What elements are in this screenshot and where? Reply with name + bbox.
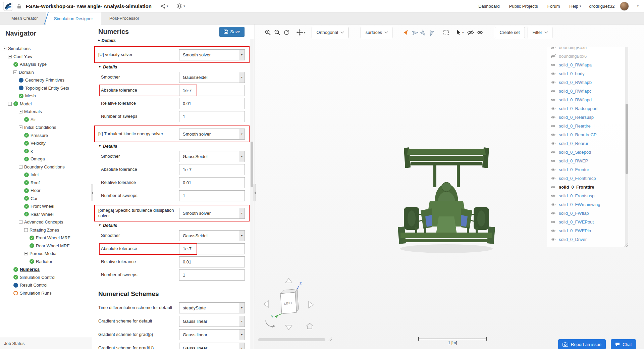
tree-item[interactable]: Numerics (0, 265, 92, 273)
top-nav-link[interactable]: Help▾ (569, 4, 581, 9)
tree-expander-icon[interactable] (13, 70, 17, 74)
field-control[interactable]: 1e-7 (179, 243, 245, 254)
field-control[interactable]: 0.01 (179, 98, 245, 109)
scene-tree-item[interactable]: solid_0_Frontur (550, 165, 628, 174)
select-arrow-icon[interactable]: ▾ (239, 129, 245, 139)
visibility-eye-icon[interactable] (550, 54, 556, 58)
field-control[interactable]: steadyState ▾ (179, 302, 245, 313)
scene-tree-item[interactable]: boundingBox5 (550, 47, 628, 52)
visibility-eye-icon[interactable] (550, 150, 556, 154)
visibility-eye-icon[interactable] (550, 202, 556, 207)
tree-item[interactable]: Materials (0, 108, 92, 116)
resize-grip[interactable] (327, 337, 332, 341)
tree-item[interactable]: k (0, 147, 92, 155)
tree-item[interactable]: Pressure (0, 132, 92, 140)
settings-gear-button[interactable]: ▾ (177, 3, 185, 9)
scene-tree-item[interactable]: solid_0_Diffuser (550, 244, 628, 247)
tree-item[interactable]: Boundary Conditions (0, 163, 92, 171)
visibility-eye-icon[interactable] (550, 71, 556, 76)
tree-item[interactable]: Simulation Runs (0, 289, 92, 297)
tree-item[interactable]: Domain (0, 68, 92, 77)
field-control[interactable]: GaussSeidel ▾ (179, 72, 245, 83)
scene-tree-item[interactable]: solid_0_Fronttirecp (550, 174, 628, 183)
share-button[interactable]: ▾ (160, 4, 168, 9)
scene-tree-item[interactable]: solid_0_Sidepod (550, 148, 628, 156)
chevron-down-icon[interactable]: ▾ (637, 4, 639, 8)
select-arrow-icon[interactable]: ▾ (239, 303, 245, 313)
scene-tree-item[interactable]: solid_0_FWflap (550, 209, 628, 217)
visibility-eye-icon[interactable] (550, 115, 556, 119)
tree-expander-icon[interactable] (19, 126, 22, 129)
select-arrow-icon[interactable]: ▾ (239, 330, 245, 340)
scene-tree-item[interactable]: solid_0_FWEPout (550, 217, 628, 226)
tree-item[interactable]: Analysis Type (0, 60, 92, 68)
tree-expander-icon[interactable] (3, 47, 6, 50)
job-status-bar[interactable]: Job Status (0, 338, 92, 349)
scene-tree-item[interactable]: solid_0_RWflapc (550, 87, 628, 95)
scene-tree-item[interactable]: boundingBox6 (550, 52, 628, 60)
hide-selection-button[interactable] (466, 28, 475, 37)
scene-tree-item[interactable]: solid_0_RWflapa (550, 60, 628, 69)
tree-item[interactable]: Front Wheel (0, 202, 92, 210)
filter-dropdown[interactable]: Filter (528, 27, 553, 38)
details-toggle[interactable]: ▼ Details (98, 221, 245, 229)
top-nav-link[interactable]: Public Projects (509, 4, 539, 9)
scene-tree-item[interactable]: solid_0_Driver (550, 235, 628, 244)
scene-tree-item[interactable]: solid_0_Radsupport (550, 104, 628, 113)
field-control[interactable]: 1e-7 (179, 164, 245, 175)
select-arrow-icon[interactable]: ▾ (239, 72, 245, 83)
visibility-eye-icon[interactable] (550, 106, 556, 111)
select-arrow-icon[interactable]: ▾ (239, 151, 245, 162)
panel-resize-handle[interactable] (254, 184, 256, 201)
field-control[interactable]: Gauss linear ▾ (179, 316, 245, 327)
top-nav-link[interactable]: Dashboard (478, 4, 501, 9)
details-toggle[interactable]: ▸ Details (98, 39, 245, 44)
visibility-eye-icon[interactable] (550, 124, 556, 128)
visibility-eye-icon[interactable] (550, 89, 556, 93)
zoom-out-button[interactable] (272, 28, 282, 37)
select-arrow-icon[interactable]: ▾ (239, 316, 245, 327)
solver-select[interactable]: Smooth solver ▾ (179, 49, 245, 60)
scene-tree-item[interactable]: solid_0_ReartireCP (550, 130, 628, 139)
visibility-eye-icon[interactable] (550, 159, 556, 163)
tree-item[interactable]: Rear Wheel (0, 210, 92, 218)
view-orientation-plane-icon-2[interactable] (410, 28, 419, 37)
select-arrow-icon[interactable]: ▾ (239, 208, 245, 218)
field-control[interactable]: GaussSeidel ▾ (179, 151, 245, 162)
visibility-eye-icon[interactable] (550, 98, 556, 102)
tree-item[interactable]: Simulation Control (0, 273, 92, 282)
tree-expander-icon[interactable] (19, 220, 22, 224)
tree-item[interactable]: Omega (0, 155, 92, 163)
tree-item[interactable]: Simulations (0, 45, 92, 53)
visibility-eye-icon[interactable] (550, 185, 556, 189)
field-control[interactable]: Gauss linear ▾ (179, 343, 245, 349)
workflow-tab[interactable]: Post-Processor (101, 12, 147, 24)
tree-item[interactable]: Car (0, 195, 92, 203)
scene-tree-item[interactable]: solid_0_FWEPin (550, 226, 628, 235)
simscale-logo[interactable] (3, 2, 12, 11)
orientation-widget[interactable]: LEFT Y Z (262, 277, 315, 332)
field-control[interactable]: 1e-7 (179, 85, 245, 96)
tree-expander-icon[interactable] (19, 165, 22, 169)
projection-mode-dropdown[interactable]: Orthogonal (312, 27, 348, 38)
tree-item[interactable]: Topological Entity Sets (0, 84, 92, 92)
tree-expander-icon[interactable] (19, 110, 22, 113)
solver-select[interactable]: Smooth solver ▾ (179, 129, 245, 140)
tree-item[interactable]: Radiator (0, 258, 92, 266)
tree-item[interactable]: Initial Conditions (0, 123, 92, 132)
solver-select[interactable]: Smooth solver ▾ (179, 208, 245, 219)
field-control[interactable]: 0.01 (179, 256, 245, 267)
scene-tree-item[interactable]: solid_0_Rearsusp (550, 113, 628, 121)
visibility-eye-icon[interactable] (550, 176, 556, 181)
box-select-button[interactable] (441, 28, 451, 37)
tree-item[interactable]: Result Control (0, 281, 92, 289)
tree-item[interactable]: Rear Wheel MRF (0, 242, 92, 250)
details-toggle[interactable]: ▼ Details (98, 142, 245, 150)
car-3d-model[interactable] (394, 146, 498, 258)
user-avatar[interactable] (620, 2, 629, 11)
field-control[interactable]: 1 (179, 111, 245, 122)
reset-view-button[interactable] (282, 28, 291, 37)
tree-expander-icon[interactable] (8, 102, 12, 106)
select-arrow-icon[interactable]: ▾ (239, 231, 245, 241)
visibility-eye-icon[interactable] (550, 80, 556, 85)
